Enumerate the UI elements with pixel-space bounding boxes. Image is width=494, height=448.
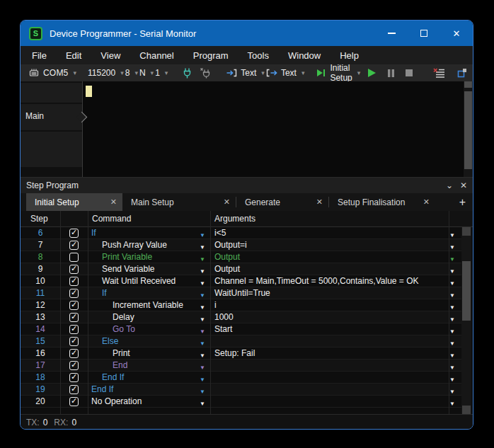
command-select[interactable]: End If▼ (88, 384, 210, 395)
scrollbar-top-marker[interactable] (462, 227, 471, 236)
tab-initial-setup[interactable]: Initial Setup✕ (26, 193, 122, 211)
terminal-scrollbar[interactable] (464, 81, 473, 177)
channel-slot[interactable] (21, 83, 82, 103)
menu-help[interactable]: Help (340, 50, 359, 61)
pause-button[interactable] (387, 69, 395, 78)
command-select[interactable]: No Operation▼ (88, 396, 210, 407)
minimize-button[interactable] (375, 21, 408, 46)
terminal-output[interactable] (82, 81, 464, 177)
clear-button[interactable] (433, 68, 445, 78)
close-button[interactable]: ✕ (440, 21, 473, 46)
menu-program[interactable]: Program (193, 50, 229, 61)
scrollbar-thumb[interactable] (464, 91, 472, 169)
arguments-select[interactable]: Output=i▼ (210, 239, 461, 251)
connect-button[interactable] (182, 67, 193, 79)
command-select[interactable]: End▼ (88, 360, 210, 371)
step-enabled-checkbox[interactable]: ✓ (69, 337, 79, 346)
port-select[interactable]: COM5 ▾ (28, 68, 78, 78)
menu-window[interactable]: Window (288, 50, 321, 61)
menu-channel[interactable]: Channel (139, 50, 173, 61)
arguments-select[interactable]: 1000▼ (210, 311, 461, 323)
command-select[interactable]: If▼ (88, 227, 210, 239)
table-scrollbar[interactable] (461, 227, 471, 414)
run-program-select[interactable]: Initial Setup ▾ (316, 63, 362, 83)
command-select[interactable]: Go To▼ (88, 323, 210, 335)
receive-mode-select[interactable]: Text ▾ (266, 68, 306, 78)
menu-tools[interactable]: Tools (248, 50, 269, 61)
command-select[interactable]: Delay▼ (88, 311, 210, 323)
step-enabled-checkbox[interactable]: ✓ (69, 277, 79, 286)
scrollbar-top-button[interactable] (464, 81, 472, 88)
command-select[interactable]: Send Variable▼ (88, 263, 210, 275)
parity-select[interactable]: N ▾ (139, 68, 155, 78)
panel-collapse-icon[interactable]: ⌄ (446, 180, 453, 190)
command-select[interactable]: Print Variable▼ (88, 251, 210, 263)
arguments-select[interactable]: Channel = Main,TimeOut = 5000,Contains,V… (210, 275, 461, 287)
step-enabled-checkbox[interactable]: ✓ (69, 313, 79, 322)
maximize-button[interactable] (408, 21, 440, 46)
table-row[interactable]: 10✓Wait Until Received▼Channel = Main,Ti… (21, 275, 461, 287)
command-select[interactable]: End If▼ (88, 372, 210, 383)
disconnect-button[interactable] (200, 67, 212, 79)
menu-file[interactable]: File (32, 50, 47, 61)
menu-edit[interactable]: Edit (66, 50, 81, 61)
step-enabled-checkbox[interactable]: ✓ (69, 349, 79, 358)
channel-slot[interactable] (21, 132, 82, 167)
arguments-select[interactable]: ▼ (210, 335, 461, 347)
arguments-select[interactable]: i▼ (210, 299, 461, 311)
arguments-select[interactable]: ▼ (210, 384, 461, 395)
arguments-select[interactable]: i<5▼ (210, 227, 461, 239)
stopbits-select[interactable]: 1 ▾ (155, 68, 169, 78)
baud-select[interactable]: 115200 ▾ (88, 68, 125, 78)
step-enabled-checkbox[interactable]: ✓ (69, 361, 79, 370)
tab-setup-finalisation[interactable]: Setup Finalisation✕ (329, 193, 435, 211)
table-row[interactable]: 19✓End If▼▼ (21, 384, 461, 396)
tab-close-icon[interactable]: ✕ (316, 197, 323, 207)
scrollbar-bottom-marker[interactable] (462, 406, 471, 414)
tab-main-setup[interactable]: Main Setup✕ (122, 193, 236, 211)
arguments-select[interactable]: Setup: Fail▼ (210, 348, 461, 359)
command-select[interactable]: Increment Variable▼ (88, 299, 210, 311)
step-enabled-checkbox[interactable] (69, 253, 79, 262)
send-mode-select[interactable]: Text ▾ (226, 68, 266, 78)
command-select[interactable]: Wait Until Received▼ (88, 275, 210, 287)
step-enabled-checkbox[interactable]: ✓ (69, 265, 79, 274)
table-row[interactable]: 11✓If▼WaitUntil=True▼ (21, 287, 461, 299)
arguments-select[interactable]: Output▼ (210, 263, 461, 275)
arguments-select[interactable]: ▼ (210, 396, 461, 407)
stop-button[interactable] (405, 69, 413, 77)
table-row[interactable]: 7✓Push Array Value▼Output=i▼ (21, 239, 461, 251)
scrollbar-thumb[interactable] (462, 261, 471, 321)
step-enabled-checkbox[interactable]: ✓ (69, 397, 79, 406)
arguments-select[interactable]: ▼ (210, 372, 461, 383)
add-tab-button[interactable]: + (459, 196, 466, 209)
table-row[interactable]: 8Print Variable▼Output▼ (21, 251, 461, 263)
tab-close-icon[interactable]: ✕ (110, 197, 117, 207)
arguments-select[interactable]: Start▼ (210, 323, 461, 335)
table-row[interactable]: 14✓Go To▼Start▼ (21, 323, 461, 335)
table-row[interactable]: 15✓Else▼▼ (21, 335, 461, 348)
tab-close-icon[interactable]: ✕ (423, 197, 430, 207)
table-row[interactable]: 20✓No Operation▼▼ (21, 396, 461, 408)
menu-view[interactable]: View (100, 50, 120, 61)
step-enabled-checkbox[interactable]: ✓ (69, 301, 79, 310)
command-select[interactable]: Push Array Value▼ (88, 239, 210, 251)
step-enabled-checkbox[interactable]: ✓ (69, 241, 79, 250)
popout-button[interactable] (457, 68, 467, 78)
arguments-select[interactable]: Output▼ (210, 251, 461, 263)
table-row[interactable]: 18✓End If▼▼ (21, 372, 461, 384)
table-row[interactable]: 9✓Send Variable▼Output▼ (21, 263, 461, 275)
step-enabled-checkbox[interactable]: ✓ (69, 373, 79, 382)
step-enabled-checkbox[interactable]: ✓ (69, 325, 79, 334)
table-row[interactable]: 17✓End▼▼ (21, 360, 461, 372)
command-select[interactable]: If▼ (88, 287, 210, 299)
step-enabled-checkbox[interactable]: ✓ (69, 289, 79, 298)
arguments-select[interactable]: WaitUntil=True▼ (210, 287, 461, 299)
table-row[interactable]: 16✓Print▼Setup: Fail▼ (21, 348, 461, 360)
databits-select[interactable]: 8 ▾ (125, 68, 139, 78)
table-row[interactable]: 6✓If▼i<5▼ (21, 227, 461, 239)
command-select[interactable]: Print▼ (88, 348, 210, 359)
tab-generate[interactable]: Generate✕ (236, 193, 328, 211)
table-row[interactable]: 13✓Delay▼1000▼ (21, 311, 461, 323)
arguments-select[interactable]: ▼ (210, 360, 461, 371)
